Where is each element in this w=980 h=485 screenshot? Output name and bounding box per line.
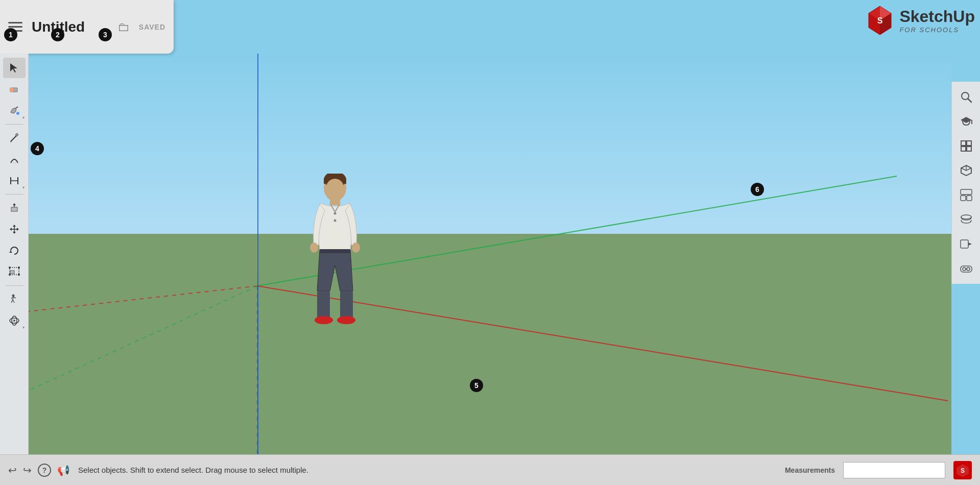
announce-icon: 📢	[57, 464, 70, 476]
svg-rect-74	[961, 189, 972, 195]
svg-point-62	[962, 92, 969, 100]
svg-point-8	[16, 112, 19, 115]
paint-tool[interactable]: ▾	[3, 101, 26, 121]
badge-6: 6	[751, 183, 764, 196]
svg-point-50	[334, 212, 337, 215]
search-tool[interactable]	[955, 86, 977, 108]
badge-5: 5	[470, 379, 483, 392]
divider-1	[5, 124, 23, 125]
svg-rect-76	[967, 196, 972, 201]
measurements-label: Measurements	[785, 466, 835, 474]
svg-point-32	[12, 295, 14, 297]
badge-1: 1	[4, 28, 17, 41]
svg-marker-5	[10, 63, 17, 72]
pencil-tool[interactable]	[3, 128, 26, 148]
logo-text-group: SketchUp FOR SCHOOLS	[899, 7, 975, 34]
sky-background	[29, 54, 951, 234]
badge-3: 3	[99, 28, 112, 41]
status-message: Select objects. Shift to extend select. …	[78, 466, 777, 474]
svg-point-61	[352, 243, 360, 253]
svg-point-29	[18, 266, 20, 269]
layers-tool[interactable]	[955, 208, 977, 231]
svg-rect-16	[11, 207, 17, 211]
undo-button[interactable]: ↩	[8, 464, 17, 476]
svg-text:S: S	[961, 467, 965, 474]
vr-tool[interactable]	[955, 257, 977, 280]
svg-marker-18	[13, 203, 16, 205]
badge-2: 2	[51, 28, 64, 41]
orbit-tool[interactable]: ▾	[3, 310, 26, 331]
document-title[interactable]: Untitled	[32, 19, 108, 35]
svg-point-28	[9, 266, 11, 269]
svg-rect-7	[10, 88, 13, 92]
eraser-tool[interactable]	[3, 79, 26, 100]
badge-4: 4	[31, 142, 44, 155]
svg-rect-55	[340, 291, 353, 319]
move-tool[interactable]	[3, 219, 26, 239]
measurements-input[interactable]	[843, 462, 945, 478]
svg-rect-78	[961, 240, 968, 248]
svg-marker-25	[9, 251, 12, 253]
svg-point-77	[961, 215, 971, 219]
statusbar-icons: ↩ ↪ ? 📢	[8, 464, 70, 477]
svg-point-49	[326, 179, 344, 199]
svg-line-37	[13, 297, 16, 299]
statusbar: ↩ ↪ ? 📢 Select objects. Shift to extend …	[0, 454, 980, 485]
svg-line-72	[961, 168, 966, 171]
select-tool[interactable]	[3, 58, 26, 78]
arc-tool[interactable]	[3, 149, 26, 169]
svg-rect-52	[330, 199, 340, 205]
svg-rect-26	[10, 271, 14, 274]
blue-axis-bottom	[257, 286, 258, 454]
right-toolbar	[951, 82, 980, 284]
ground-plane	[29, 234, 951, 454]
svg-marker-79	[968, 243, 972, 246]
redo-button[interactable]: ↪	[23, 464, 32, 476]
left-toolbar: ▾ ▾	[0, 54, 29, 454]
dimension-tool[interactable]: ▾	[3, 171, 26, 191]
rotate-tool[interactable]	[3, 240, 26, 261]
svg-text:S: S	[877, 16, 883, 25]
logo-svg: S	[865, 5, 895, 36]
svg-rect-67	[967, 141, 971, 146]
sketchup-small-icon: S	[953, 461, 972, 479]
svg-rect-66	[961, 141, 966, 146]
save-status: SAVED	[139, 23, 165, 31]
instructor-tool[interactable]	[955, 110, 977, 133]
divider-2	[5, 194, 23, 195]
sketchup-logo: S SketchUp FOR SCHOOLS	[865, 5, 975, 36]
logo-sub: FOR SCHOOLS	[899, 26, 975, 34]
components-tool[interactable]	[955, 135, 977, 157]
svg-line-34	[11, 300, 13, 303]
svg-point-57	[316, 317, 324, 324]
svg-point-40	[13, 320, 15, 322]
help-button[interactable]: ?	[38, 464, 51, 477]
svg-marker-10	[10, 141, 12, 142]
svg-point-51	[334, 220, 337, 222]
scale-tool[interactable]	[3, 262, 26, 282]
svg-rect-75	[961, 196, 966, 201]
scenes-tool[interactable]	[955, 233, 977, 255]
cube-view-tool[interactable]	[955, 159, 977, 182]
header: Untitled 🗀 SAVED	[0, 0, 174, 54]
svg-rect-54	[317, 291, 330, 319]
svg-point-82	[967, 268, 970, 271]
svg-line-35	[13, 300, 14, 303]
human-figure	[304, 174, 366, 337]
push-pull-tool[interactable]	[3, 198, 26, 218]
walk-tool[interactable]	[3, 289, 26, 309]
svg-point-31	[9, 274, 11, 276]
svg-point-81	[963, 268, 966, 271]
svg-rect-69	[967, 147, 971, 151]
svg-line-63	[968, 99, 971, 102]
svg-point-59	[346, 317, 354, 324]
svg-point-60	[310, 243, 318, 253]
divider-3	[5, 285, 23, 286]
viewport[interactable]	[29, 54, 951, 454]
svg-rect-53	[320, 249, 350, 253]
folder-icon[interactable]: 🗀	[117, 20, 130, 34]
views-tool[interactable]	[955, 184, 977, 206]
svg-point-30	[18, 274, 20, 276]
svg-line-73	[966, 168, 971, 171]
svg-rect-68	[961, 147, 966, 151]
